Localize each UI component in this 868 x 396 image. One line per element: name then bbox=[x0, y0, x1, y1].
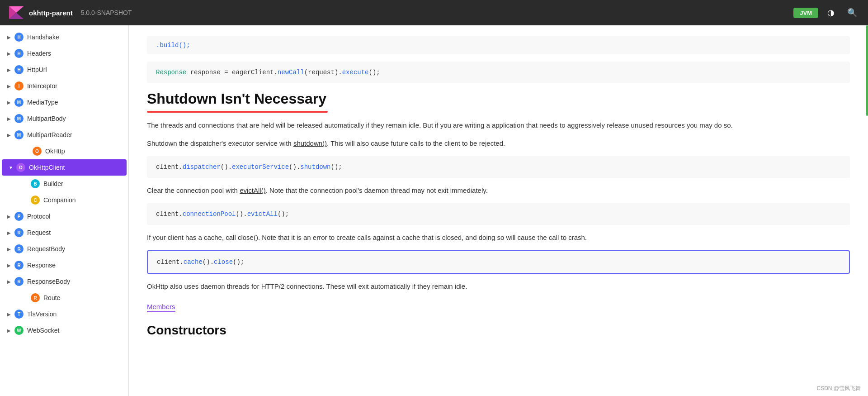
theme-icon: ◑ bbox=[827, 8, 835, 18]
headers-icon: H bbox=[14, 49, 24, 58]
sidebar-item-builder[interactable]: B Builder bbox=[0, 176, 128, 192]
sidebar-item-label: MediaType bbox=[27, 99, 58, 106]
handshake-icon: H bbox=[14, 33, 24, 42]
websocket-icon: W bbox=[14, 326, 24, 335]
sidebar-item-label: WebSocket bbox=[27, 327, 59, 334]
section-title: Shutdown Isn't Necessary bbox=[147, 91, 850, 107]
chevron-right-icon: ▶ bbox=[5, 278, 13, 285]
sidebar-item-label: OkHttp bbox=[45, 148, 65, 155]
sidebar-item-mediatype[interactable]: ▶ M MediaType bbox=[0, 94, 128, 110]
sidebar-item-requestbody[interactable]: ▶ R RequestBody bbox=[0, 241, 128, 257]
sidebar-item-websocket[interactable]: ▶ W WebSocket bbox=[0, 322, 128, 339]
main-layout: ▶ H Handshake ▶ H Headers ▶ H HttpUrl ▶ … bbox=[0, 25, 868, 396]
request-icon: R bbox=[14, 228, 24, 237]
sidebar-item-label: Companion bbox=[43, 196, 76, 204]
sidebar-item-label: OkHttpClient bbox=[29, 164, 65, 171]
sidebar-item-label: Interceptor bbox=[27, 82, 57, 90]
sidebar-item-label: ResponseBody bbox=[27, 278, 70, 285]
execute-method: execute bbox=[342, 69, 369, 76]
sidebar-item-okhttp[interactable]: ▶ O OkHttp bbox=[0, 143, 128, 159]
main-content: .build(); Response response = eagerClien… bbox=[129, 25, 868, 396]
theme-toggle-button[interactable]: ◑ bbox=[824, 6, 838, 19]
sidebar-item-label: Handshake bbox=[27, 33, 59, 41]
chevron-right-icon: ▶ bbox=[5, 310, 13, 318]
chevron-right-icon: ▶ bbox=[5, 66, 13, 73]
app-title: okhttp-parent bbox=[29, 9, 73, 17]
members-link[interactable]: Members bbox=[147, 303, 175, 312]
response-code-text: response = eagerClient. bbox=[190, 69, 278, 76]
sidebar-item-okhttpclient[interactable]: ▼ O OkHttpClient bbox=[2, 159, 127, 176]
app-version: 5.0.0-SNAPSHOT bbox=[81, 9, 132, 16]
code-block-2: client.connectionPool().evictAll(); bbox=[147, 203, 850, 225]
code-shutdown: shutdown bbox=[300, 163, 330, 171]
multipartbody-icon: M bbox=[14, 114, 24, 123]
response-type: Response bbox=[156, 69, 186, 76]
okhttpclient-icon: O bbox=[16, 163, 25, 172]
search-button[interactable]: 🔍 bbox=[844, 6, 861, 19]
companion-icon: C bbox=[31, 196, 40, 205]
tlsversion-icon: T bbox=[14, 310, 24, 319]
sidebar-item-headers[interactable]: ▶ H Headers bbox=[0, 45, 128, 62]
paragraph-4: If your client has a cache, call close()… bbox=[147, 232, 850, 243]
sidebar-item-interceptor[interactable]: ▶ I Interceptor bbox=[0, 78, 128, 94]
jvm-badge[interactable]: JVM bbox=[793, 8, 818, 18]
sidebar-item-route[interactable]: R Route bbox=[0, 290, 128, 306]
chevron-right-icon: ▶ bbox=[5, 82, 13, 90]
logo[interactable] bbox=[7, 5, 24, 21]
chevron-right-icon: ▶ bbox=[5, 33, 13, 41]
requestbody-icon: R bbox=[14, 244, 24, 253]
sidebar-item-label: HttpUrl bbox=[27, 66, 47, 73]
responsebody-icon: R bbox=[14, 277, 24, 286]
sidebar-item-multipartbody[interactable]: ▶ M MultipartBody bbox=[0, 110, 128, 127]
mediatype-icon: M bbox=[14, 98, 24, 107]
sidebar-item-label: Protocol bbox=[27, 213, 50, 220]
interceptor-icon: I bbox=[14, 81, 24, 91]
red-underline-decoration bbox=[147, 111, 328, 113]
constructors-heading: Constructors bbox=[147, 323, 850, 338]
chevron-right-icon: ▶ bbox=[5, 115, 13, 122]
code-cache: cache bbox=[184, 258, 203, 266]
chevron-right-icon: ▶ bbox=[5, 99, 13, 106]
chevron-right-icon: ▶ bbox=[5, 50, 13, 57]
search-icon: 🔍 bbox=[847, 8, 857, 18]
sidebar-item-httpurl[interactable]: ▶ H HttpUrl bbox=[0, 62, 128, 78]
sidebar-item-label: TlsVersion bbox=[27, 310, 57, 318]
httpurl-icon: H bbox=[14, 65, 24, 74]
sidebar-item-label: Headers bbox=[27, 50, 51, 57]
chevron-right-icon: ▶ bbox=[5, 213, 13, 220]
okhttp-icon: O bbox=[33, 147, 42, 156]
sidebar-item-label: RequestBody bbox=[27, 245, 65, 253]
sidebar-item-handshake[interactable]: ▶ H Handshake bbox=[0, 29, 128, 45]
code-block-3: client.cache().close(); bbox=[147, 250, 850, 274]
code-connectionpool: connectionPool bbox=[183, 210, 236, 218]
sidebar: ▶ H Handshake ▶ H Headers ▶ H HttpUrl ▶ … bbox=[0, 25, 129, 396]
sidebar-item-label: Request bbox=[27, 229, 51, 236]
chevron-right-icon: ▶ bbox=[5, 262, 13, 269]
code-text-2a: client. bbox=[156, 210, 183, 218]
code-dispatcher: dispatcher bbox=[183, 163, 221, 171]
code-text-3a: client. bbox=[157, 258, 184, 266]
sidebar-item-companion[interactable]: C Companion bbox=[0, 192, 128, 208]
build-code-block: .build(); bbox=[147, 36, 850, 54]
sidebar-item-label: Response bbox=[27, 262, 56, 269]
paragraph-2: Shutdown the dispatcher's executor servi… bbox=[147, 138, 850, 149]
paragraph-5: OkHttp also uses daemon threads for HTTP… bbox=[147, 281, 850, 292]
sidebar-item-response[interactable]: ▶ R Response bbox=[0, 257, 128, 273]
sidebar-item-label: MultipartReader bbox=[27, 131, 72, 138]
sidebar-item-request[interactable]: ▶ R Request bbox=[0, 224, 128, 241]
sidebar-item-responsebody[interactable]: ▶ R ResponseBody bbox=[0, 273, 128, 290]
code-text-1a: client. bbox=[156, 163, 183, 171]
route-icon: R bbox=[31, 293, 40, 302]
chevron-right-icon: ▶ bbox=[5, 229, 13, 236]
sidebar-item-protocol[interactable]: ▶ P Protocol bbox=[0, 208, 128, 224]
sidebar-item-label: Route bbox=[43, 294, 60, 301]
sidebar-item-tlsversion[interactable]: ▶ T TlsVersion bbox=[0, 306, 128, 322]
sidebar-item-multipartreader[interactable]: ▶ M MultipartReader bbox=[0, 127, 128, 143]
response-icon: R bbox=[14, 261, 24, 270]
chevron-down-icon: ▼ bbox=[7, 164, 14, 171]
paragraph-3: Clear the connection pool with evictAll(… bbox=[147, 185, 850, 196]
sidebar-item-label: MultipartBody bbox=[27, 115, 66, 122]
response-code-block: Response response = eagerClient.newCall(… bbox=[147, 62, 850, 83]
code-close: close bbox=[214, 258, 233, 266]
code-executor: executorService bbox=[232, 163, 289, 171]
